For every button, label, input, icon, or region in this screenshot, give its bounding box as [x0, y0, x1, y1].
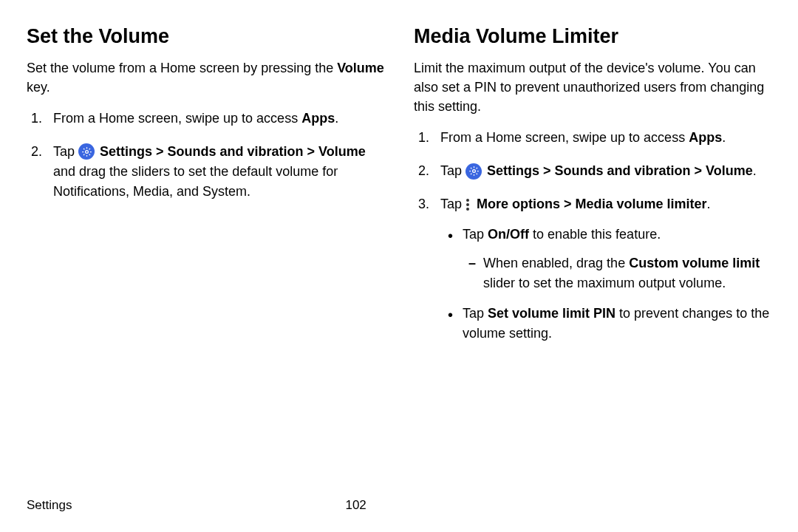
intro-media-limiter: Limit the maximum output of the device's…	[414, 58, 771, 116]
right-column: Media Volume Limiter Limit the maximum o…	[414, 25, 771, 357]
step-item: Tap Settings > Sounds and vibration > Vo…	[414, 161, 771, 181]
more-options-icon	[466, 199, 471, 211]
step-bold: Settings > Sounds and vibration > Volume	[100, 144, 366, 159]
left-column: Set the Volume Set the volume from a Hom…	[27, 25, 384, 357]
step-item: Tap More options > Media volume limiter.…	[414, 194, 771, 344]
bullet-text-end: to enable this feature.	[529, 227, 661, 242]
settings-icon	[466, 163, 482, 180]
bullet-text: Tap	[463, 227, 488, 242]
step-item: From a Home screen, swipe up to access A…	[27, 109, 384, 129]
svg-point-1	[472, 170, 475, 173]
heading-media-limiter: Media Volume Limiter	[414, 25, 771, 48]
bullet-item: Tap On/Off to enable this feature. When …	[440, 225, 771, 293]
step-bold: Settings > Sounds and vibration > Volume	[487, 163, 753, 178]
intro-text-end: key.	[27, 80, 50, 95]
bullet-text: Tap	[463, 306, 488, 321]
step-text: Tap	[440, 197, 466, 211]
step-text-end: .	[753, 163, 757, 178]
step-text: Tap	[53, 144, 78, 159]
dash-bold: Custom volume limit	[629, 256, 760, 270]
step-text-end: .	[335, 111, 338, 126]
dash-text-end: slider to set the maximum output volume.	[483, 276, 726, 290]
dash-text: When enabled, drag the	[483, 256, 629, 270]
step-item: From a Home screen, swipe up to access A…	[414, 128, 771, 148]
bullet-bold: On/Off	[488, 227, 529, 242]
step-text-end: and drag the sliders to set the default …	[53, 164, 338, 199]
step-text: From a Home screen, swipe up to access	[53, 111, 301, 126]
steps-set-volume: From a Home screen, swipe up to access A…	[27, 109, 384, 202]
dash-item: When enabled, drag the Custom volume lim…	[463, 253, 771, 293]
bullet-bold: Set volume limit PIN	[488, 306, 615, 321]
step-text: Tap	[440, 163, 466, 178]
step-item: Tap Settings > Sounds and vibration > Vo…	[27, 142, 384, 202]
footer-page-number: 102	[345, 498, 366, 513]
step-bold: Apps	[301, 111, 335, 126]
intro-set-volume: Set the volume from a Home screen by pre…	[27, 58, 384, 97]
footer-section: Settings	[27, 498, 72, 513]
intro-text: Set the volume from a Home screen by pre…	[27, 61, 337, 75]
step-bold: Apps	[689, 130, 722, 145]
step-text-end: .	[707, 197, 711, 211]
step-bold: More options > Media volume limiter	[477, 197, 707, 211]
step-text: From a Home screen, swipe up to access	[440, 130, 689, 145]
heading-set-volume: Set the Volume	[27, 25, 384, 48]
settings-icon	[78, 143, 95, 160]
sub-bullets: Tap On/Off to enable this feature. When …	[440, 225, 771, 344]
step-text-end: .	[722, 130, 726, 145]
svg-point-0	[85, 151, 88, 154]
steps-media-limiter: From a Home screen, swipe up to access A…	[414, 128, 771, 344]
intro-bold: Volume	[337, 61, 384, 75]
page-footer: Settings 102	[27, 498, 396, 513]
sub-dash: When enabled, drag the Custom volume lim…	[463, 253, 771, 293]
bullet-item: Tap Set volume limit PIN to prevent chan…	[440, 304, 771, 344]
